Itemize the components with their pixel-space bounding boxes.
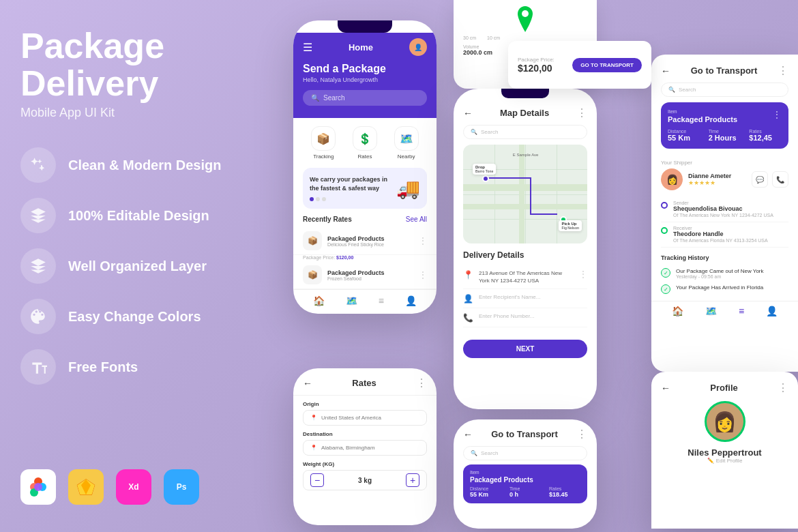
- tnav-list[interactable]: ≡: [739, 306, 744, 316]
- shipper-avatar: 👩: [661, 168, 683, 190]
- transport-back-btn[interactable]: ←: [661, 65, 670, 76]
- clean-icon-circle: [20, 147, 56, 183]
- nearby-nav[interactable]: 🗺️ Nearby: [394, 126, 419, 160]
- transport-stats: Distance 55 Km Time 2 Hours Rates $12,45: [668, 129, 782, 142]
- dim1: 30 cm: [463, 35, 476, 40]
- drop-label: DropBarro Tone: [473, 164, 496, 175]
- profile-avatar: 👩: [705, 401, 745, 442]
- shipper-name: Dianne Ameter: [688, 173, 731, 179]
- rates-nav[interactable]: 💲 Rates: [353, 126, 377, 160]
- profile-name: Niles Peppertrout: [688, 447, 761, 458]
- check-icon-2: ✓: [661, 284, 670, 294]
- tracking-title: Tracking History: [661, 254, 788, 261]
- delivery-address: 213 Avenue Of The Americas New York NY 1…: [479, 269, 574, 284]
- nav-list[interactable]: ≡: [379, 295, 384, 306]
- recipient-icon: 👤: [463, 294, 473, 304]
- send-sub: Hello, Natalya Undergrowth: [303, 76, 427, 83]
- distance-col: Distance 55 Km: [668, 129, 700, 142]
- map-more-btn[interactable]: ⋮: [576, 106, 587, 119]
- rate-icon-1: 📦: [303, 231, 322, 250]
- feature-organized: Well Organized Layer: [20, 248, 232, 284]
- see-all-link[interactable]: See All: [406, 216, 427, 223]
- phone1-notch: [338, 20, 392, 33]
- ptb-dist-col: Distance 55 Km: [470, 486, 501, 498]
- more-options[interactable]: ⋮: [416, 376, 427, 389]
- search-bar[interactable]: 🔍 Search: [303, 90, 427, 106]
- transport-card-content: Item Packaged Products: [668, 109, 737, 129]
- profile-more-btn[interactable]: ⋮: [778, 381, 788, 394]
- map-search[interactable]: 🔍 Search: [463, 125, 587, 139]
- message-btn[interactable]: 💬: [752, 171, 768, 188]
- pkg-price-label: Package Price: $120,00: [293, 255, 437, 260]
- dest-val: Alabama, Birmingham: [321, 445, 375, 451]
- profile-edit[interactable]: ✏️ Edit Profile: [707, 458, 743, 464]
- card-more-icon[interactable]: ⋮: [772, 109, 782, 120]
- price-value: $120,00: [518, 63, 555, 74]
- phone-rates: ← Rates ⋮ Origin 📍 United States of Amer…: [293, 368, 437, 525]
- search-placeholder: Search: [323, 94, 345, 102]
- wand-icon: [29, 156, 47, 174]
- ptb-stats: Distance 55 Km Time 0 h Rates $18.45: [470, 486, 580, 498]
- transport-more-btn[interactable]: ⋮: [778, 64, 788, 77]
- rate-info-1: Packaged Products Delicious Fried Sticky…: [327, 235, 413, 247]
- ptb-search[interactable]: 🔍 Search: [463, 446, 587, 460]
- feature-colors-label: Easy Change Colors: [68, 309, 201, 325]
- nav-map[interactable]: 🗺️: [346, 295, 357, 306]
- price-card-partial: Package Price: $120,00 GO TO TRANSPORT: [508, 41, 651, 89]
- delivery-title: Delivery Details: [463, 250, 587, 260]
- hamburger-icon[interactable]: ☰: [303, 41, 312, 54]
- left-panel: PackageDelivery Mobile App UI Kit Clean …: [0, 0, 252, 532]
- rate-item-1: 📦 Packaged Products Delicious Fried Stic…: [293, 227, 437, 255]
- delivery-address-row: 📍 213 Avenue Of The Americas New York NY…: [463, 265, 587, 289]
- nav-profile[interactable]: 👤: [405, 295, 417, 306]
- tnav-home[interactable]: 🏠: [672, 306, 683, 316]
- transport-search-placeholder: Search: [679, 87, 696, 93]
- address-more-icon[interactable]: ⋮: [579, 269, 587, 279]
- profile-screen-title: Profile: [710, 383, 737, 393]
- weight-minus[interactable]: −: [310, 473, 324, 487]
- tracking-nav[interactable]: 📦 Tracking: [311, 126, 336, 160]
- ptb-more-btn[interactable]: ⋮: [576, 428, 587, 441]
- pickup-label: Pick UpFig Nelson: [559, 220, 582, 231]
- map-back-btn[interactable]: ←: [463, 108, 473, 119]
- phone-row[interactable]: 📞 Enter Phone Number...: [463, 308, 587, 327]
- transport-search[interactable]: 🔍 Search: [661, 83, 788, 97]
- tracking-item-1: ✓ Our Package Came out of New York Yeste…: [661, 265, 788, 282]
- more-icon-2[interactable]: ⋮: [419, 270, 427, 280]
- profile-back-btn[interactable]: ←: [661, 383, 670, 394]
- phone-transport: ← Go to Transport ⋮ 🔍 Search Item Packag…: [651, 55, 798, 372]
- nearby-label: Nearby: [398, 153, 415, 160]
- tnav-profile[interactable]: 👤: [766, 306, 778, 316]
- more-icon-1[interactable]: ⋮: [419, 236, 427, 246]
- rates-form: Origin 📍 United States of America Destin…: [293, 396, 437, 496]
- drop-pin: [482, 175, 489, 182]
- nav-home[interactable]: 🏠: [313, 295, 325, 306]
- transport-header: ← Go to Transport ⋮: [651, 55, 798, 83]
- dest-input[interactable]: 📍 Alabama, Birmingham: [303, 440, 427, 456]
- tracking-item-2: ✓ Your Package Has Arrived in Florida: [661, 282, 788, 297]
- shipper-row: 👩 Dianne Ameter ★★★★★ 💬 📞: [661, 168, 788, 190]
- tnav-map[interactable]: 🗺️: [705, 306, 717, 316]
- weight-plus[interactable]: +: [406, 473, 419, 487]
- transport-search-icon: 🔍: [668, 87, 675, 93]
- receiver-dot: [661, 227, 668, 234]
- map-search-placeholder: Search: [481, 129, 498, 135]
- check-icon-1: ✓: [661, 268, 670, 278]
- rates-label: Rates: [358, 153, 372, 160]
- ptb-title: Go to Transport: [491, 429, 558, 439]
- rates-header: ← Rates ⋮: [293, 368, 437, 396]
- origin-input[interactable]: 📍 United States of America: [303, 410, 427, 426]
- phone-transport-bottom: ← Go to Transport ⋮ 🔍 Search Item Packag…: [454, 419, 597, 529]
- back-button[interactable]: ←: [303, 378, 312, 389]
- send-heading: Send a Package: [303, 63, 427, 75]
- ptb-back-btn[interactable]: ←: [463, 429, 473, 440]
- next-button[interactable]: NEXT: [463, 340, 587, 358]
- feature-fonts: Free Fonts: [20, 349, 232, 385]
- map-screen-title: Map Details: [500, 108, 549, 118]
- recipient-row[interactable]: 👤 Enter Recipient's Name...: [463, 289, 587, 308]
- carousel-dots: [310, 197, 394, 201]
- tool-icons-row: Xd Ps: [20, 469, 232, 505]
- go-transport-btn[interactable]: GO TO TRANSPORT: [572, 58, 642, 72]
- origin-label: Origin: [303, 401, 427, 407]
- call-btn[interactable]: 📞: [772, 171, 788, 188]
